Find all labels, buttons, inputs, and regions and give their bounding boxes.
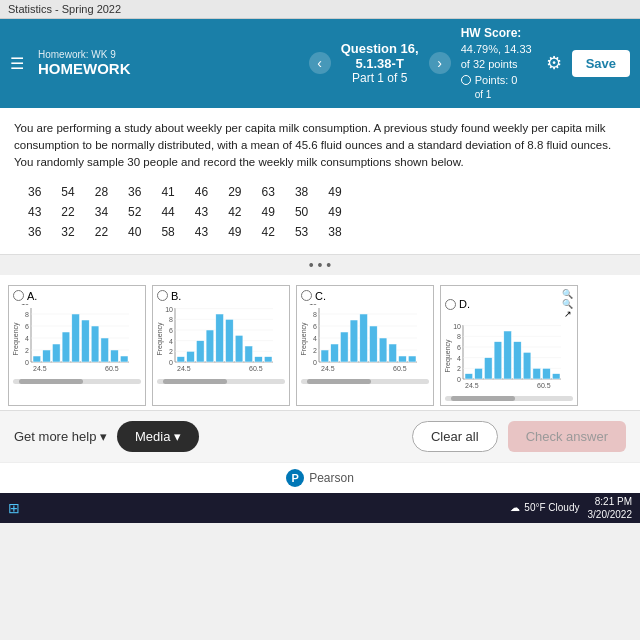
bar: [514, 341, 522, 378]
bar: [408, 356, 416, 362]
chart-scrollbar[interactable]: [445, 396, 573, 401]
svg-text:60.5: 60.5: [105, 365, 119, 372]
bar: [543, 368, 551, 379]
question-info: Question 16,5.1.38-T Part 1 of 5: [341, 41, 419, 85]
bar: [196, 340, 204, 361]
svg-text:2: 2: [457, 365, 461, 372]
pearson-logo: P: [286, 469, 304, 487]
hw-score-value: 44.79%, 14.33: [461, 42, 532, 57]
bar: [533, 368, 541, 379]
pearson-footer: P Pearson: [0, 462, 640, 493]
save-button[interactable]: Save: [572, 50, 630, 77]
svg-text:0: 0: [25, 359, 29, 366]
data-cell: 44: [151, 202, 184, 222]
menu-icon[interactable]: ☰: [10, 54, 24, 73]
taskbar: ⊞ ☁ 50°F Cloudy 8:21 PM 3/20/2022: [0, 493, 640, 523]
svg-text:8: 8: [313, 311, 317, 318]
chart-radio-d[interactable]: [445, 299, 456, 310]
svg-text:24.5: 24.5: [321, 365, 335, 372]
svg-text:10: 10: [21, 304, 29, 306]
chart-zoom-button[interactable]: 🔍: [562, 290, 573, 299]
bar: [33, 356, 41, 362]
clear-all-button[interactable]: Clear all: [412, 421, 498, 452]
data-cell: 36: [118, 182, 151, 202]
taskbar-left: ⊞: [8, 500, 510, 516]
data-cell: 42: [218, 202, 251, 222]
chart-expand-button[interactable]: ↗: [562, 310, 573, 319]
points-label: Points: 0: [475, 73, 518, 88]
score-info: HW Score: 44.79%, 14.33 of 32 points Poi…: [461, 25, 532, 102]
data-cell: 36: [18, 182, 51, 202]
taskbar-time: 8:21 PM 3/20/2022: [588, 495, 633, 521]
question-text: You are performing a study about weekly …: [14, 120, 626, 172]
svg-text:10: 10: [309, 304, 317, 306]
data-cell: 32: [51, 222, 84, 242]
data-cell: 42: [252, 222, 285, 242]
svg-text:8: 8: [457, 333, 461, 340]
next-question-button[interactable]: ›: [429, 52, 451, 74]
media-button[interactable]: Media ▾: [117, 421, 199, 452]
data-cell: 38: [285, 182, 318, 202]
bar: [62, 332, 70, 362]
homework-info: Homework: WK 9 HOMEWORK: [38, 49, 299, 77]
chart-label: A.: [27, 290, 37, 302]
svg-text:0: 0: [313, 359, 317, 366]
svg-text:60.5: 60.5: [249, 365, 263, 372]
svg-text:6: 6: [313, 323, 317, 330]
time: 8:21 PM: [588, 495, 633, 508]
bar: [399, 356, 407, 362]
chart-scrollbar[interactable]: [301, 379, 429, 384]
bar: [465, 373, 473, 378]
chart-scrollbar[interactable]: [13, 379, 141, 384]
bar: [379, 338, 387, 362]
svg-text:Frequency: Frequency: [301, 322, 308, 356]
svg-text:8: 8: [25, 311, 29, 318]
data-cell: 50: [285, 202, 318, 222]
chart-scrollbar[interactable]: [157, 379, 285, 384]
bar: [177, 356, 185, 361]
gear-button[interactable]: ⚙: [546, 52, 562, 74]
data-cell: 49: [252, 202, 285, 222]
chart-radio-a[interactable]: [13, 290, 24, 301]
data-cell: 41: [151, 182, 184, 202]
points-row: Points: 0: [461, 73, 532, 88]
chart-radio-c[interactable]: [301, 290, 312, 301]
data-cell: 29: [218, 182, 251, 202]
title-text: Statistics - Spring 2022: [8, 3, 121, 15]
svg-text:60.5: 60.5: [537, 382, 551, 389]
svg-text:4: 4: [313, 335, 317, 342]
check-answer-button[interactable]: Check answer: [508, 421, 626, 452]
date: 3/20/2022: [588, 508, 633, 521]
get-more-help-button[interactable]: Get more help ▾: [14, 429, 107, 444]
data-cell: 43: [18, 202, 51, 222]
svg-text:0: 0: [169, 359, 173, 366]
chart-radio-b[interactable]: [157, 290, 168, 301]
bar: [255, 356, 263, 361]
data-cell: 40: [118, 222, 151, 242]
data-cell: 49: [318, 182, 351, 202]
points-radio: [461, 75, 471, 85]
data-cell: 36: [18, 222, 51, 242]
chart-zoom-button[interactable]: 🔍: [562, 300, 573, 309]
weather-text: 50°F Cloudy: [524, 502, 579, 513]
data-cell: 49: [218, 222, 251, 242]
bar: [360, 314, 368, 362]
hw-label: Homework: WK 9: [38, 49, 299, 60]
bar: [321, 350, 329, 362]
windows-icon[interactable]: ⊞: [8, 500, 20, 516]
bar: [552, 373, 560, 378]
pearson-name: Pearson: [309, 471, 354, 485]
bar: [484, 357, 492, 378]
question-content: You are performing a study about weekly …: [0, 108, 640, 255]
bar: [216, 314, 224, 362]
data-cell: 38: [318, 222, 351, 242]
bar: [52, 344, 60, 362]
svg-text:8: 8: [169, 316, 173, 323]
data-table: 3654283641462963384943223452444342495049…: [18, 182, 352, 242]
svg-text:24.5: 24.5: [177, 365, 191, 372]
bar: [389, 344, 397, 362]
svg-text:4: 4: [457, 354, 461, 361]
bar: [43, 350, 51, 362]
chart-item-d: D.🔍🔍↗0246810Frequency24.560.5: [440, 285, 578, 406]
prev-question-button[interactable]: ‹: [309, 52, 331, 74]
